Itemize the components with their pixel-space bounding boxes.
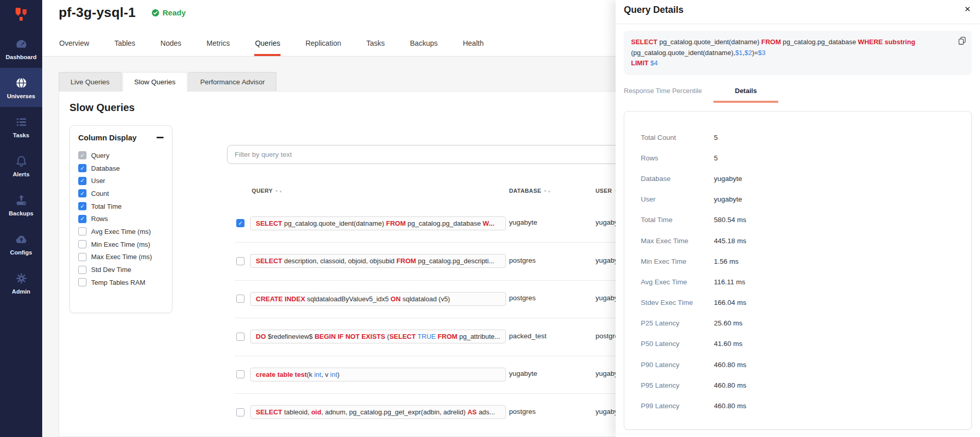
status-badge: Ready <box>151 8 186 17</box>
checkbox[interactable]: ✓ <box>78 151 86 159</box>
sql-token: , adnum, pg_catalog.pg_get_expr(adbin, a… <box>321 408 467 416</box>
metric-label: P99 Latency <box>641 402 714 410</box>
tab-queries[interactable]: Queries <box>254 34 281 56</box>
metric-label: Min Exec Time <box>641 258 714 265</box>
sidebar-item-label: Universes <box>7 93 36 99</box>
metric-row: Total Count5 <box>624 127 971 148</box>
metric-row: Min Exec Time1.56 ms <box>624 251 971 271</box>
checkbox[interactable] <box>78 266 86 274</box>
sidebar-item-admin[interactable]: Admin <box>0 263 42 302</box>
details-tab-response-time-percentile[interactable]: Response Time Percentile <box>624 81 713 103</box>
page-title: Slow Queries <box>69 102 135 114</box>
sidebar-item-label: Tasks <box>13 132 29 138</box>
query-cell[interactable]: create table test(k int, v int) <box>250 368 506 381</box>
row-checkbox[interactable] <box>236 257 244 265</box>
checkbox[interactable] <box>78 227 86 235</box>
column-option-label: Count <box>91 190 109 197</box>
column-option-min-exec-time-ms-[interactable]: Min Exec Time (ms) <box>78 238 164 251</box>
checkbox[interactable]: ✓ <box>78 215 86 223</box>
sidebar-item-universes[interactable]: Universes <box>0 68 42 107</box>
metric-value: 460.80 ms <box>714 361 746 369</box>
metric-label: User <box>641 195 714 203</box>
query-filter-input[interactable] <box>227 145 616 164</box>
sidebar-item-configs[interactable]: Configs <box>0 224 42 263</box>
copy-icon[interactable] <box>957 36 967 49</box>
row-checkbox[interactable] <box>236 408 244 416</box>
tab-tables[interactable]: Tables <box>114 34 135 56</box>
column-option-count[interactable]: ✓Count <box>78 187 164 200</box>
sql-token: DO <box>256 333 268 340</box>
database-cell: postgres <box>509 408 536 415</box>
column-option-database[interactable]: ✓Database <box>78 162 164 175</box>
metric-row: P25 Latency25.60 ms <box>624 313 971 334</box>
sidebar-item-backups[interactable]: Backups <box>0 185 42 224</box>
column-header-database[interactable]: DATABASE▼▲ <box>509 188 552 194</box>
column-option-query[interactable]: ✓Query <box>78 149 164 162</box>
close-icon[interactable]: ✕ <box>964 5 971 14</box>
sql-token: SELECT <box>256 220 284 227</box>
tab-nodes[interactable]: Nodes <box>160 34 182 56</box>
tab-overview[interactable]: Overview <box>59 34 90 56</box>
sidebar-item-label: Configs <box>10 249 32 256</box>
column-option-rows[interactable]: ✓Rows <box>78 212 164 225</box>
query-cell[interactable]: SELECT description, classoid, objoid, ob… <box>250 254 506 268</box>
sort-icon[interactable]: ▼▲ <box>275 189 283 193</box>
query-cell[interactable]: DO $redefineview$ BEGIN IF NOT EXISTS (S… <box>250 330 506 343</box>
user-cell: yugabyte <box>596 294 616 302</box>
metric-label: Rows <box>641 154 714 162</box>
sql-line: LIMIT $4 <box>631 58 949 69</box>
app-root: DashboardUniversesTasksAlertsBackupsConf… <box>0 0 980 437</box>
yugabyte-logo[interactable] <box>0 0 42 29</box>
metric-label: Database <box>641 175 714 183</box>
row-checkbox[interactable] <box>236 370 244 378</box>
tab-tasks[interactable]: Tasks <box>366 34 386 56</box>
checkbox[interactable]: ✓ <box>78 202 86 210</box>
column-header-user[interactable]: USER▼▲ <box>596 188 616 194</box>
column-option-label: Max Exec Time (ms) <box>91 253 152 261</box>
column-header-query[interactable]: QUERY▼▲ <box>252 188 283 194</box>
collapse-minus-icon[interactable] <box>156 137 164 138</box>
details-tab-details[interactable]: Details <box>713 81 779 103</box>
ready-check-icon <box>151 9 160 17</box>
sql-token: TRUE <box>417 333 437 340</box>
checkbox[interactable]: ✓ <box>78 164 86 172</box>
query-cell[interactable]: SELECT pg_catalog.quote_ident(datname) F… <box>250 216 506 230</box>
checkbox[interactable] <box>78 253 86 261</box>
checkbox[interactable] <box>78 278 86 286</box>
column-option-user[interactable]: ✓User <box>78 174 164 187</box>
subtab-slow-queries[interactable]: Slow Queries <box>122 72 187 92</box>
row-checkbox[interactable]: ✓ <box>236 219 244 227</box>
sidebar-item-tasks[interactable]: Tasks <box>0 107 42 146</box>
query-cell[interactable]: CREATE INDEX sqldataloadByValuev5_idx5 O… <box>250 292 506 306</box>
sidebar-item-dashboard[interactable]: Dashboard <box>0 29 42 68</box>
user-cell: yugabyte <box>596 370 616 377</box>
column-option-max-exec-time-ms-[interactable]: Max Exec Time (ms) <box>78 251 164 264</box>
sql-token: BEGIN IF NOT EXISTS <box>314 333 387 340</box>
sort-icon[interactable]: ▼▲ <box>544 189 552 193</box>
tab-health[interactable]: Health <box>462 34 484 56</box>
subtab-live-queries[interactable]: Live Queries <box>59 72 121 91</box>
sql-token: int <box>314 371 321 378</box>
subtab-performance-advisor[interactable]: Performance Advisor <box>188 72 276 91</box>
sql-token: pg_catalog.quote_ident(datname) <box>659 38 761 46</box>
checkbox[interactable]: ✓ <box>78 177 86 185</box>
checkbox[interactable] <box>78 240 86 248</box>
tab-replication[interactable]: Replication <box>305 34 341 56</box>
sql-token: ads... <box>479 408 495 416</box>
column-option-avg-exec-time-ms-[interactable]: Avg Exec Time (ms) <box>78 225 164 238</box>
row-checkbox[interactable] <box>236 333 244 341</box>
column-option-temp-tables-ram[interactable]: Temp Tables RAM <box>78 276 164 289</box>
column-option-std-dev-time[interactable]: Std Dev Time <box>78 263 164 276</box>
tab-metrics[interactable]: Metrics <box>206 34 230 56</box>
tab-backups[interactable]: Backups <box>410 34 439 56</box>
sidebar-item-alerts[interactable]: Alerts <box>0 146 42 185</box>
query-cell[interactable]: SELECT tableoid, oid, adnum, pg_catalog.… <box>250 405 506 419</box>
checkbox[interactable]: ✓ <box>78 189 86 197</box>
slow-queries-panel: Slow Queries Column Display ✓Query✓Datab… <box>59 91 616 437</box>
row-checkbox[interactable] <box>236 295 244 303</box>
sidebar-item-label: Dashboard <box>6 54 37 60</box>
details-header: Query Details ✕ <box>616 0 980 24</box>
metric-value: yugabyte <box>714 195 742 203</box>
column-option-total-time[interactable]: ✓Total Time <box>78 200 164 213</box>
sql-token: W... <box>483 220 494 227</box>
